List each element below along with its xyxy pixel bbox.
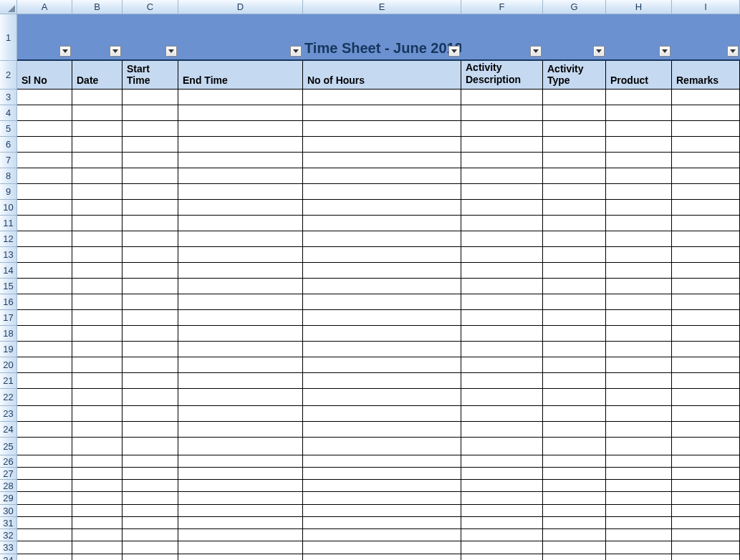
row-header-3[interactable]: 3 [0, 90, 17, 105]
cell[interactable] [303, 554, 461, 560]
cell[interactable] [543, 168, 606, 184]
cell[interactable] [606, 231, 672, 247]
cell[interactable] [122, 517, 178, 529]
cell[interactable] [606, 153, 672, 168]
cell[interactable] [461, 279, 543, 294]
cell[interactable] [461, 137, 543, 153]
cell[interactable] [461, 505, 543, 517]
cell[interactable] [461, 153, 543, 168]
cell[interactable] [122, 168, 178, 184]
col-header-C[interactable]: C [122, 0, 178, 14]
cell[interactable] [17, 121, 72, 137]
cell[interactable] [606, 505, 672, 517]
cell[interactable] [72, 231, 122, 247]
cell[interactable] [606, 216, 672, 231]
cell[interactable] [606, 438, 672, 455]
cell[interactable] [461, 480, 543, 492]
row-header-10[interactable]: 10 [0, 200, 17, 216]
cell[interactable] [303, 529, 461, 541]
cell[interactable] [72, 90, 122, 105]
cell[interactable] [122, 294, 178, 310]
cell[interactable] [606, 121, 672, 137]
cell[interactable] [606, 310, 672, 326]
cell[interactable] [178, 541, 303, 554]
cell[interactable] [543, 529, 606, 541]
row-header-23[interactable]: 23 [0, 406, 17, 422]
cell[interactable] [543, 184, 606, 200]
row-header-19[interactable]: 19 [0, 342, 17, 357]
cell[interactable] [543, 517, 606, 529]
cell[interactable] [461, 216, 543, 231]
cell[interactable] [72, 529, 122, 541]
cell[interactable] [178, 422, 303, 438]
cell[interactable] [178, 231, 303, 247]
cell[interactable] [303, 153, 461, 168]
row-header-12[interactable]: 12 [0, 231, 17, 247]
cell[interactable] [17, 153, 72, 168]
cell[interactable] [122, 247, 178, 263]
row-header-32[interactable]: 32 [0, 529, 17, 541]
cell[interactable] [72, 310, 122, 326]
cell[interactable] [17, 517, 72, 529]
col-header-I[interactable]: I [672, 0, 740, 14]
cell[interactable] [543, 505, 606, 517]
cell[interactable] [72, 373, 122, 389]
row-header-5[interactable]: 5 [0, 121, 17, 137]
filter-dropdown-icon[interactable] [448, 46, 460, 57]
row-header-28[interactable]: 28 [0, 480, 17, 492]
cell[interactable] [122, 279, 178, 294]
col-header-F[interactable]: F [461, 0, 543, 14]
cell[interactable] [178, 342, 303, 357]
cell[interactable] [303, 505, 461, 517]
cell[interactable] [17, 137, 72, 153]
cell[interactable] [461, 492, 543, 505]
cell[interactable] [178, 529, 303, 541]
cell[interactable] [543, 216, 606, 231]
row-header-34[interactable]: 34 [0, 554, 17, 560]
cell[interactable] [17, 342, 72, 357]
col-header-E[interactable]: E [303, 0, 461, 14]
cell[interactable] [606, 517, 672, 529]
cell[interactable] [672, 406, 740, 422]
cell[interactable] [17, 406, 72, 422]
title-cell-D[interactable] [178, 14, 303, 61]
cell[interactable] [17, 455, 72, 468]
cell[interactable] [461, 231, 543, 247]
cell[interactable] [461, 406, 543, 422]
cell[interactable] [543, 200, 606, 216]
cell[interactable] [303, 357, 461, 373]
cell[interactable] [672, 373, 740, 389]
cell[interactable] [606, 247, 672, 263]
cell[interactable] [672, 184, 740, 200]
cell[interactable] [17, 200, 72, 216]
cell[interactable] [672, 294, 740, 310]
cell[interactable] [72, 554, 122, 560]
cell[interactable] [672, 247, 740, 263]
cell[interactable] [72, 468, 122, 480]
cell[interactable] [17, 389, 72, 406]
row-header-31[interactable]: 31 [0, 517, 17, 529]
cell[interactable] [303, 90, 461, 105]
cell[interactable] [606, 455, 672, 468]
cell[interactable] [606, 326, 672, 342]
cell[interactable] [178, 310, 303, 326]
header-product[interactable]: Product [606, 61, 672, 90]
cell[interactable] [17, 505, 72, 517]
cell[interactable] [606, 554, 672, 560]
cell[interactable] [543, 294, 606, 310]
cell[interactable] [178, 294, 303, 310]
cell[interactable] [178, 200, 303, 216]
filter-dropdown-icon[interactable] [727, 46, 739, 57]
cell[interactable] [72, 294, 122, 310]
cell[interactable] [543, 438, 606, 455]
cell[interactable] [122, 529, 178, 541]
cell[interactable] [122, 455, 178, 468]
cell[interactable] [72, 263, 122, 279]
title-cell-C[interactable] [122, 14, 178, 61]
cell[interactable] [461, 357, 543, 373]
row-header-7[interactable]: 7 [0, 153, 17, 168]
cell[interactable] [17, 529, 72, 541]
filter-dropdown-icon[interactable] [290, 46, 302, 57]
cell[interactable] [461, 168, 543, 184]
cell[interactable] [72, 422, 122, 438]
